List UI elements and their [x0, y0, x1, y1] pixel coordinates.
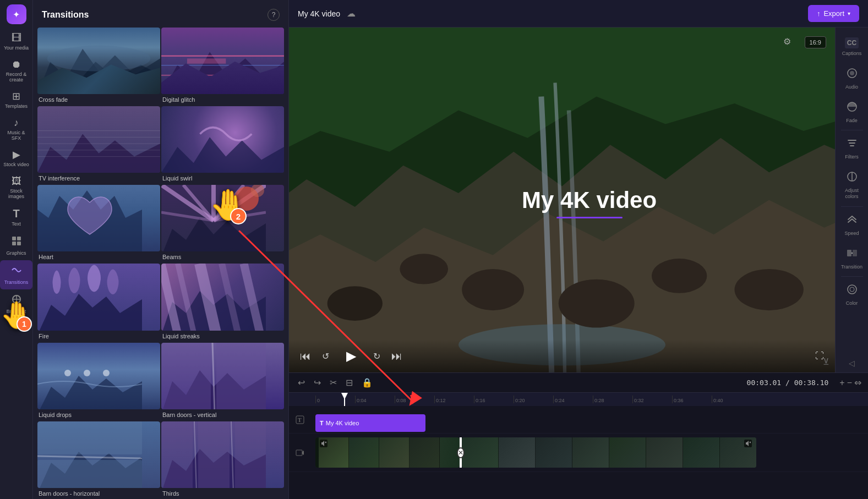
speed-icon: [846, 213, 858, 228]
ruler-mark-36: 0:36: [672, 396, 712, 403]
speed-label: Speed: [844, 231, 859, 236]
transition-liquid-drops[interactable]: Liquid drops: [37, 343, 160, 420]
redo-button[interactable]: ↪: [312, 375, 323, 390]
play-button[interactable]: ▶: [340, 345, 362, 367]
cut-marker: ✕: [460, 437, 462, 468]
transition-thirds[interactable]: Thirds: [161, 421, 284, 499]
app-logo: ✦: [7, 4, 26, 24]
brand-kit-icon: [11, 294, 22, 306]
sidebar-collapse-button[interactable]: ◁: [844, 354, 859, 372]
ruler-mark-16: 0:16: [474, 396, 514, 403]
fit-button[interactable]: ⇔: [854, 377, 861, 388]
transition-right-icon: [846, 247, 858, 262]
sidebar-item-stock-images[interactable]: 🖼 Stock images: [0, 172, 32, 204]
skip-forward-button[interactable]: ⏭: [391, 350, 402, 363]
cross-fade-thumb: [37, 28, 160, 94]
transition-barn-doors-horizontal[interactable]: Barn doors - horizontal: [37, 421, 160, 499]
svg-rect-57: [296, 450, 302, 456]
right-item-filters[interactable]: Filters: [836, 131, 868, 165]
svg-rect-52: [853, 250, 857, 256]
preview-settings-icon[interactable]: ⚙: [783, 36, 791, 47]
undo-button[interactable]: ↩: [296, 375, 307, 390]
sidebar-item-brand-kit[interactable]: Brand kit: [0, 289, 32, 319]
sidebar-item-your-media[interactable]: 🎞 Your media: [0, 29, 32, 55]
rewind-5s-button[interactable]: ↺: [322, 351, 329, 361]
video-text-underline: [556, 217, 623, 218]
cut-button[interactable]: ✂: [327, 375, 339, 390]
svg-rect-31: [37, 460, 142, 488]
audio-icon: [846, 67, 858, 82]
ruler-mark-12: 0:12: [434, 396, 474, 403]
text-clip[interactable]: T My 4K video: [315, 414, 425, 432]
timeline-ruler: 0 0:04 0:08 0:12 0:16 0:20 0:24 0:28 0:3…: [289, 393, 868, 406]
skip-back-button[interactable]: ⏮: [300, 350, 311, 363]
aspect-ratio-indicator[interactable]: 16:9: [805, 36, 826, 48]
lock-button[interactable]: 🔒: [359, 375, 375, 390]
sidebar-item-templates[interactable]: ⊞ Templates: [0, 87, 32, 113]
help-button[interactable]: ?: [268, 9, 280, 21]
video-clip-2[interactable]: [462, 437, 756, 468]
time-separator: /: [785, 379, 794, 387]
sidebar-item-transitions[interactable]: Transitions: [0, 260, 32, 289]
sidebar-label-brand-kit: Brand kit: [7, 309, 26, 314]
transition-right-label: Transition: [841, 264, 862, 270]
right-item-color[interactable]: Color: [836, 278, 868, 311]
export-label: Export: [823, 9, 844, 18]
fullscreen-button[interactable]: ⛶: [815, 351, 824, 361]
right-item-fade[interactable]: Fade: [836, 95, 868, 129]
digital-glitch-thumb: [161, 28, 284, 94]
transition-liquid-swirl[interactable]: Liquid swirl: [161, 106, 284, 184]
captions-label: Captions: [842, 51, 862, 56]
transition-cross-fade[interactable]: Cross fade: [37, 28, 160, 105]
ruler-mark-20: 0:20: [514, 396, 553, 403]
sidebar-item-graphics[interactable]: Graphics: [0, 231, 32, 260]
heart-thumb: [37, 185, 160, 251]
svg-rect-2: [12, 242, 16, 245]
zoom-out-button[interactable]: −: [847, 378, 852, 388]
transitions-panel: Transitions ? Cross fade: [33, 0, 289, 499]
transition-tv-interference[interactable]: TV interference: [37, 106, 160, 184]
zoom-in-button[interactable]: +: [839, 378, 844, 388]
right-divider-2: [841, 206, 863, 207]
transitions-icon: [11, 265, 22, 277]
svg-rect-7: [161, 65, 284, 65]
right-item-speed[interactable]: Speed: [836, 208, 868, 242]
right-item-adjust-colors[interactable]: Adjust colors: [836, 165, 868, 205]
right-item-captions[interactable]: CC Captions: [836, 32, 868, 62]
forward-5s-button[interactable]: ↻: [373, 351, 380, 361]
sidebar-item-text[interactable]: T Text: [0, 204, 32, 231]
fire-label: Fire: [37, 331, 160, 342]
cross-fade-label: Cross fade: [37, 94, 160, 105]
sidebar-label-music: Music & SFX: [2, 130, 30, 141]
timeline-area: ↩ ↪ ✂ ⊟ 🔒 00:03.01 / 00:38.10 + − ⇔ 0 0:…: [289, 372, 868, 499]
transition-digital-glitch[interactable]: Digital glitch: [161, 28, 284, 105]
sidebar-label-text: Text: [12, 221, 21, 227]
sidebar-item-stock-video[interactable]: ▶ Stock video: [0, 145, 32, 172]
sidebar-item-record[interactable]: ⏺ Record & create: [0, 55, 32, 87]
liquid-drops-label: Liquid drops: [37, 409, 160, 420]
transition-liquid-streaks[interactable]: Liquid streaks: [161, 264, 284, 341]
svg-point-48: [850, 71, 854, 75]
split-button[interactable]: ⊟: [343, 375, 355, 390]
transition-fire[interactable]: Fire: [37, 264, 160, 341]
svg-rect-33: [161, 421, 193, 488]
transitions-grid: Cross fade Digital glitch: [33, 28, 288, 499]
export-button[interactable]: ↑ Export ▾: [808, 5, 859, 22]
transition-heart[interactable]: Heart: [37, 185, 160, 262]
transition-barn-doors-vertical[interactable]: Barn doors - vertical: [161, 343, 284, 420]
liquid-streaks-label: Liquid streaks: [161, 331, 284, 342]
playhead[interactable]: [344, 393, 345, 406]
fade-label: Fade: [846, 118, 858, 123]
right-divider-3: [841, 276, 863, 277]
svg-text:T: T: [298, 417, 302, 423]
svg-rect-3: [17, 242, 21, 245]
video-clip-1[interactable]: [315, 437, 460, 468]
cloud-icon: ☁: [347, 8, 356, 19]
svg-point-25: [84, 370, 90, 376]
right-item-transition[interactable]: Transition: [836, 242, 868, 275]
right-item-audio[interactable]: Audio: [836, 62, 868, 95]
transition-beams[interactable]: Beams: [161, 185, 284, 262]
thirds-thumb: [161, 421, 284, 488]
sidebar-item-music[interactable]: ♪ Music & SFX: [0, 113, 32, 145]
timeline-toolbar: ↩ ↪ ✂ ⊟ 🔒 00:03.01 / 00:38.10 + − ⇔: [289, 373, 868, 393]
